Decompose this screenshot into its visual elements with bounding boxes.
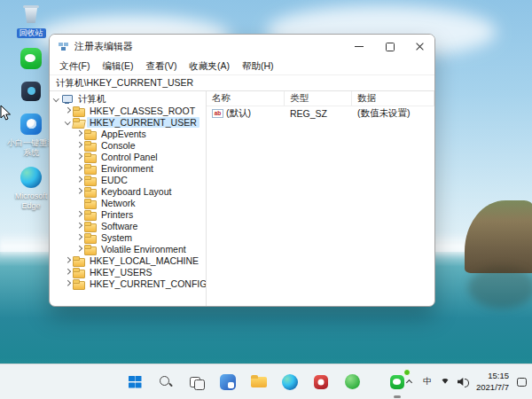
chevron-right-icon[interactable] bbox=[75, 210, 83, 219]
reg-sz-icon: ab bbox=[212, 109, 223, 118]
widgets-icon bbox=[219, 373, 237, 391]
tree-item-item[interactable]: 计算机 bbox=[50, 93, 206, 105]
tree-item-label: Console bbox=[98, 140, 138, 151]
app-red-button[interactable] bbox=[309, 371, 332, 394]
taskbar-center bbox=[123, 371, 409, 394]
widgets-button[interactable] bbox=[216, 371, 239, 394]
tree-item-environment[interactable]: Environment bbox=[50, 162, 206, 174]
chevron-right-icon[interactable] bbox=[75, 176, 83, 184]
tree-item-hkey-local-machine[interactable]: HKEY_LOCAL_MACHINE bbox=[50, 254, 206, 266]
tree-item-eudc[interactable]: EUDC bbox=[50, 174, 206, 185]
menu-f[interactable]: 文件(F) bbox=[54, 59, 95, 74]
tree-item-appevents[interactable]: AppEvents bbox=[50, 128, 206, 139]
chevron-right-icon[interactable] bbox=[75, 129, 83, 138]
tree-item-label: HKEY_CLASSES_ROOT bbox=[87, 106, 198, 116]
registry-tree: 计算机HKEY_CLASSES_ROOTHKEY_CURRENT_USERApp… bbox=[50, 91, 206, 306]
taskbar: 中 15:15 2021/7/7 bbox=[0, 364, 532, 399]
close-button[interactable] bbox=[404, 35, 434, 58]
column-header-item[interactable]: 类型 bbox=[285, 91, 352, 106]
window-controls bbox=[344, 35, 434, 58]
tree-item-volatile-environment[interactable]: Volatile Environment bbox=[50, 243, 206, 254]
registry-editor-window: 注册表编辑器 文件(F)编辑(E)查看(V)收藏夹(A)帮助(H) 计算机\HK… bbox=[49, 34, 435, 307]
desktop-icon-recycle-bin[interactable]: 回收站 bbox=[5, 2, 57, 38]
tree-item-label: Software bbox=[98, 221, 140, 231]
running-indicator bbox=[394, 395, 401, 398]
folder-icon bbox=[84, 140, 96, 151]
chevron-right-icon[interactable] bbox=[75, 153, 83, 161]
tree-item-label: Environment bbox=[98, 163, 156, 174]
chevron-right-icon[interactable] bbox=[75, 233, 83, 242]
menu-h[interactable]: 帮助(H) bbox=[237, 59, 279, 74]
tree-item-label: HKEY_LOCAL_MACHINE bbox=[87, 255, 201, 266]
explorer-button[interactable] bbox=[247, 371, 270, 394]
tree-item-label: Control Panel bbox=[98, 152, 160, 162]
folder-icon bbox=[73, 278, 84, 289]
edge-button[interactable] bbox=[278, 371, 301, 394]
clock-date: 2021/7/7 bbox=[476, 382, 509, 393]
ime-indicator[interactable]: 中 bbox=[422, 372, 433, 393]
chevron-right-icon[interactable] bbox=[75, 187, 83, 196]
chevron-right-icon[interactable] bbox=[64, 279, 72, 288]
start-button[interactable] bbox=[123, 371, 146, 394]
folder-icon bbox=[73, 255, 84, 266]
tree-item-label: 计算机 bbox=[75, 93, 109, 106]
chevron-right-icon[interactable] bbox=[64, 268, 72, 277]
chevron-down-icon[interactable] bbox=[64, 118, 72, 127]
folder-icon bbox=[84, 175, 96, 185]
app-green-icon bbox=[343, 373, 361, 391]
chevron-right-icon[interactable] bbox=[64, 106, 72, 115]
recycle-bin-icon bbox=[19, 2, 43, 27]
search-icon bbox=[157, 373, 175, 391]
window-titlebar[interactable]: 注册表编辑器 bbox=[50, 35, 434, 58]
address-bar[interactable]: 计算机\HKEY_CURRENT_USER bbox=[50, 74, 434, 91]
chevron-up-icon[interactable] bbox=[404, 378, 415, 387]
tree-item-printers[interactable]: Printers bbox=[50, 208, 206, 220]
tree-item-control-panel[interactable]: Control Panel bbox=[50, 151, 206, 162]
list-rows: ab(默认)REG_SZ(数值未设置) bbox=[207, 106, 434, 121]
tree-item-hkey-classes-root[interactable]: HKEY_CLASSES_ROOT bbox=[50, 105, 206, 116]
window-body: 计算机HKEY_CLASSES_ROOTHKEY_CURRENT_USERApp… bbox=[50, 91, 434, 306]
search-button[interactable] bbox=[154, 371, 177, 394]
list-header: 名称类型数据 bbox=[207, 91, 434, 106]
chevron-right-icon[interactable] bbox=[75, 164, 83, 173]
column-header-item[interactable]: 名称 bbox=[207, 91, 285, 106]
tree-item-label: Keyboard Layout bbox=[98, 186, 174, 197]
folder-icon bbox=[73, 267, 84, 278]
clock-time: 15:15 bbox=[488, 371, 509, 381]
tree-item-software[interactable]: Software bbox=[50, 220, 206, 231]
chevron-right-icon[interactable] bbox=[75, 222, 83, 231]
folder-icon bbox=[84, 232, 96, 243]
menu-v[interactable]: 查看(V) bbox=[140, 59, 182, 74]
taskbar-clock[interactable]: 15:15 2021/7/7 bbox=[476, 372, 509, 393]
window-title: 注册表编辑器 bbox=[74, 40, 133, 53]
menu-a[interactable]: 收藏夹(A) bbox=[184, 59, 235, 74]
app-green-button[interactable] bbox=[340, 371, 364, 394]
address-text: 计算机\HKEY_CURRENT_USER bbox=[56, 77, 193, 90]
column-header-item[interactable]: 数据 bbox=[352, 91, 434, 106]
tree-item-label: HKEY_CURRENT_CONFIG bbox=[87, 278, 206, 289]
tree-item-keyboard-layout[interactable]: Keyboard Layout bbox=[50, 185, 206, 197]
taskview-icon bbox=[188, 373, 206, 391]
maximize-button[interactable] bbox=[374, 35, 404, 58]
chevron-down-icon[interactable] bbox=[52, 95, 60, 104]
tree-item-hkey-current-config[interactable]: HKEY_CURRENT_CONFIG bbox=[50, 278, 206, 289]
network-icon[interactable] bbox=[440, 378, 450, 387]
chevron-right-icon[interactable] bbox=[75, 245, 83, 254]
volume-icon[interactable] bbox=[458, 378, 469, 387]
tree-item-system[interactable]: System bbox=[50, 231, 206, 243]
tree-item-console[interactable]: Console bbox=[50, 139, 206, 151]
taskview-button[interactable] bbox=[185, 371, 208, 394]
edge-icon bbox=[19, 165, 43, 190]
minimize-button[interactable] bbox=[344, 35, 374, 58]
tree-item-hkey-current-user[interactable]: HKEY_CURRENT_USER bbox=[50, 116, 206, 128]
notification-center-icon[interactable] bbox=[516, 377, 527, 387]
computer-icon bbox=[61, 94, 73, 105]
chevron-right-icon[interactable] bbox=[64, 256, 72, 265]
app-red-icon bbox=[312, 373, 330, 391]
tree-item-network[interactable]: Network bbox=[50, 197, 206, 208]
tree-item-hkey-users[interactable]: HKEY_USERS bbox=[50, 266, 206, 278]
value-row[interactable]: ab(默认)REG_SZ(数值未设置) bbox=[207, 106, 434, 121]
regedit-app-icon bbox=[58, 41, 69, 52]
chevron-right-icon[interactable] bbox=[75, 141, 83, 150]
menu-e[interactable]: 编辑(E) bbox=[97, 59, 138, 74]
